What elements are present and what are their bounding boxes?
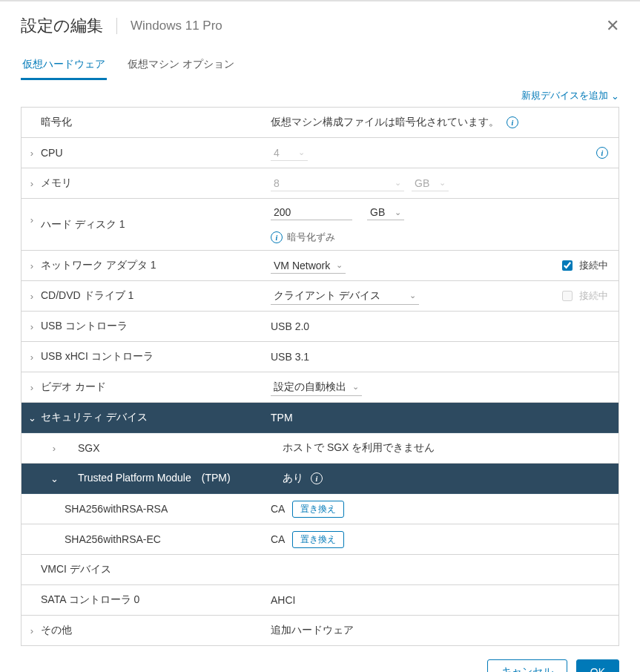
chevron-right-icon[interactable]: › <box>26 625 38 636</box>
chevron-down-icon: ⌄ <box>409 291 416 300</box>
info-icon[interactable]: i <box>507 116 518 128</box>
row-security-device: ⌄ セキュリティ デバイス TPM <box>22 403 618 433</box>
sha-ec-replace-button[interactable]: 置き換え <box>292 531 344 548</box>
disk-unit: GB <box>370 206 389 218</box>
chevron-down-icon: ⌄ <box>298 148 305 157</box>
video-label: ビデオ カード <box>38 381 106 394</box>
usb-label: USB コントローラ <box>38 320 128 333</box>
chevron-down-icon: ⌄ <box>336 260 343 270</box>
network-label: ネットワーク アダプタ 1 <box>38 259 156 272</box>
encryption-label: 暗号化 <box>38 116 72 129</box>
cddvd-value: クライアント デバイス <box>274 289 403 303</box>
disk-size-input[interactable]: 200 <box>271 205 352 220</box>
network-select[interactable]: VM Network ⌄ <box>271 258 346 274</box>
sha-rsa-replace-button[interactable]: 置き換え <box>292 501 344 518</box>
cddvd-label: CD/DVD ドライブ 1 <box>38 289 133 303</box>
row-hard-disk: › ハード ディスク 1 200 GB ⌄ i 暗号化ずみ <box>22 199 618 251</box>
video-select[interactable]: 設定の自動検出 ⌄ <box>271 379 362 396</box>
disk-unit-select[interactable]: GB ⌄ <box>367 205 404 220</box>
cddvd-connected-label: 接続中 <box>579 289 608 303</box>
chevron-right-icon[interactable]: › <box>26 260 38 271</box>
row-encryption: 暗号化 仮想マシン構成ファイルは暗号化されています。 i <box>22 108 618 138</box>
security-value: TPM <box>271 412 293 424</box>
chevron-down-icon: ⌄ <box>611 90 619 102</box>
cpu-label: CPU <box>38 147 63 159</box>
network-connected-label: 接続中 <box>579 259 608 272</box>
row-video-card: › ビデオ カード 設定の自動検出 ⌄ <box>22 372 618 403</box>
row-sha-ec: SHA256withRSA-EC CA 置き換え <box>22 524 618 555</box>
row-other: › その他 追加ハードウェア <box>22 616 618 646</box>
dialog-subtitle: Windows 11 Pro <box>131 19 222 33</box>
tpm-label: Trusted Platform Module (TPM) <box>60 472 231 485</box>
row-memory: › メモリ 8 ⌄ GB ⌄ <box>22 168 618 199</box>
memory-value-select[interactable]: 8 ⌄ <box>271 176 404 191</box>
row-cddvd: › CD/DVD ドライブ 1 クライアント デバイス ⌄ 接続中 <box>22 281 618 312</box>
encryption-value: 仮想マシン構成ファイルは暗号化されています。 <box>271 116 499 129</box>
header-divider <box>116 18 117 34</box>
sha-ec-value: CA <box>271 533 285 545</box>
other-value: 追加ハードウェア <box>271 624 354 637</box>
network-connected-checkbox[interactable] <box>562 260 573 271</box>
info-icon[interactable]: i <box>271 231 283 243</box>
chevron-right-icon[interactable]: › <box>26 382 38 393</box>
sha-rsa-value: CA <box>271 503 285 515</box>
chevron-right-icon[interactable]: › <box>48 443 60 454</box>
sata-value: AHCI <box>271 594 295 606</box>
sgx-label: SGX <box>60 442 100 454</box>
sata-label: SATA コントローラ 0 <box>38 593 139 607</box>
chevron-down-icon: ⌄ <box>439 178 446 188</box>
chevron-right-icon[interactable]: › <box>26 321 38 332</box>
sha-rsa-label: SHA256withRSA-RSA <box>38 503 168 515</box>
info-icon[interactable]: i <box>596 147 608 159</box>
usbxhci-value: USB 3.1 <box>271 351 309 363</box>
row-sata: SATA コントローラ 0 AHCI <box>22 585 618 616</box>
info-icon[interactable]: i <box>311 472 323 484</box>
cpu-select[interactable]: 4 ⌄ <box>271 145 308 161</box>
chevron-down-icon[interactable]: ⌄ <box>26 412 38 424</box>
chevron-right-icon[interactable]: › <box>26 214 38 225</box>
add-device-label: 新規デバイスを追加 <box>521 89 608 102</box>
tab-virtual-hardware[interactable]: 仮想ハードウェア <box>21 53 107 80</box>
disk-label: ハード ディスク 1 <box>38 218 125 231</box>
row-usb-xhci-controller: › USB xHCI コントローラ USB 3.1 <box>22 342 618 372</box>
ok-button[interactable]: OK <box>576 659 619 672</box>
chevron-right-icon[interactable]: › <box>26 291 38 302</box>
row-sha-rsa: SHA256withRSA-RSA CA 置き換え <box>22 494 618 524</box>
chevron-right-icon[interactable]: › <box>26 178 38 189</box>
chevron-down-icon: ⌄ <box>395 208 401 217</box>
usb-value: USB 2.0 <box>271 320 309 332</box>
add-device-link[interactable]: 新規デバイスを追加 ⌄ <box>521 89 619 102</box>
sha-ec-label: SHA256withRSA-EC <box>38 533 161 545</box>
close-icon[interactable]: ✕ <box>606 18 619 34</box>
cpu-value: 4 <box>274 147 292 159</box>
row-network-adapter: › ネットワーク アダプタ 1 VM Network ⌄ 接続中 <box>22 251 618 281</box>
chevron-down-icon: ⌄ <box>352 382 359 392</box>
row-vmci: VMCI デバイス <box>22 555 618 585</box>
chevron-right-icon[interactable]: › <box>26 148 38 159</box>
network-value: VM Network <box>274 260 330 271</box>
vmci-label: VMCI デバイス <box>38 563 111 576</box>
memory-unit: GB <box>415 177 433 189</box>
chevron-right-icon[interactable]: › <box>26 352 38 363</box>
row-sgx: › SGX ホストで SGX を利用できません <box>22 433 618 464</box>
memory-unit-select[interactable]: GB ⌄ <box>412 176 449 191</box>
security-label: セキュリティ デバイス <box>38 411 148 424</box>
video-value: 設定の自動検出 <box>274 381 346 394</box>
chevron-down-icon[interactable]: ⌄ <box>48 473 60 484</box>
row-tpm: ⌄ Trusted Platform Module (TPM) あり i <box>22 464 618 494</box>
row-cpu: › CPU 4 ⌄ i <box>22 138 618 168</box>
tab-vm-options[interactable]: 仮想マシン オプション <box>126 53 236 80</box>
sgx-value: ホストで SGX を利用できません <box>283 441 435 455</box>
dialog-title: 設定の編集 <box>21 15 103 37</box>
cddvd-select[interactable]: クライアント デバイス ⌄ <box>271 288 419 305</box>
memory-label: メモリ <box>38 177 72 190</box>
cddvd-connected-checkbox <box>562 291 573 301</box>
row-usb-controller: › USB コントローラ USB 2.0 <box>22 312 618 342</box>
other-label: その他 <box>38 624 72 637</box>
cancel-button[interactable]: キャンセル <box>487 659 567 672</box>
disk-encrypted-label: 暗号化ずみ <box>287 231 335 244</box>
memory-value: 8 <box>274 177 389 189</box>
chevron-down-icon: ⌄ <box>395 178 401 188</box>
usbxhci-label: USB xHCI コントローラ <box>38 350 154 363</box>
tpm-value: あり <box>283 472 303 485</box>
